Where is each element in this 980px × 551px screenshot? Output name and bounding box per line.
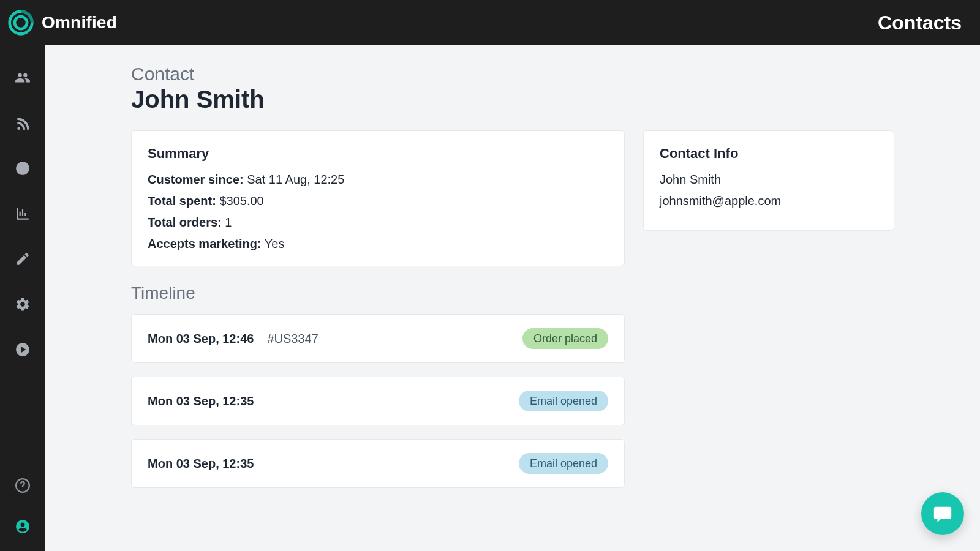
contact-info-card: Contact Info John Smith johnsmith@apple.… [643,130,894,231]
sidebar-item-help[interactable] [0,463,45,508]
timeline-item[interactable]: Mon 03 Sep, 12:46#US3347Order placed [131,314,625,363]
edit-icon [15,251,31,267]
topbar-section-title: Contacts [878,12,962,34]
bar-chart-icon [15,206,31,222]
main-content: Contact John Smith Summary Customer sinc… [45,45,980,551]
sidebar-item-contacts[interactable] [0,55,45,100]
summary-label: Customer since: [148,173,244,186]
help-icon [15,478,31,493]
clock-icon [15,160,31,176]
brand[interactable]: Omnified [7,9,117,36]
sidebar-item-feed[interactable] [0,100,45,146]
sidebar-item-analytics[interactable] [0,191,45,236]
brand-logo-icon [7,9,34,36]
page-subtitle: Contact [131,64,894,84]
sidebar-item-play[interactable] [0,327,45,372]
summary-row-total-spent: Total spent: $305.00 [148,194,608,208]
timeline-heading: Timeline [131,283,625,303]
timeline-item-datetime: Mon 03 Sep, 12:35 [148,457,254,471]
contact-info-name: John Smith [660,173,878,187]
summary-value: Sat 11 Aug, 12:25 [247,173,344,186]
timeline-item-datetime: Mon 03 Sep, 12:35 [148,394,254,408]
timeline-item-datetime: Mon 03 Sep, 12:46 [148,332,254,346]
timeline-item-left: Mon 03 Sep, 12:35 [148,457,254,471]
page-title: John Smith [131,86,894,113]
summary-label: Total spent: [148,194,216,208]
sidebar-item-settings[interactable] [0,282,45,327]
rss-icon [15,115,31,131]
summary-row-accepts-marketing: Accepts marketing: Yes [148,237,608,251]
timeline-item-left: Mon 03 Sep, 12:46#US3347 [148,332,318,346]
timeline-item-badge: Email opened [519,391,608,411]
gear-icon [15,296,31,312]
summary-row-total-orders: Total orders: 1 [148,216,608,230]
summary-value: 1 [225,216,232,229]
play-icon [15,342,31,358]
brand-name: Omnified [42,13,117,32]
summary-title: Summary [148,146,608,162]
user-icon [15,519,31,534]
contact-info-email: johnsmith@apple.com [660,194,878,208]
summary-value: Yes [265,237,285,250]
timeline-item-badge: Order placed [522,328,608,349]
timeline-item[interactable]: Mon 03 Sep, 12:35Email opened [131,377,625,425]
chat-icon [932,503,953,524]
timeline-item[interactable]: Mon 03 Sep, 12:35Email opened [131,439,625,488]
topbar: Omnified Contacts [0,0,980,45]
summary-label: Accepts marketing: [148,237,262,250]
sidebar [0,45,45,551]
svg-point-3 [22,489,23,489]
svg-point-1 [15,17,27,29]
timeline-item-ref: #US3347 [267,332,318,346]
sidebar-item-account[interactable] [0,508,45,545]
summary-label: Total orders: [148,216,222,229]
chat-widget-button[interactable] [921,492,964,535]
contact-info-title: Contact Info [660,146,878,162]
summary-card: Summary Customer since: Sat 11 Aug, 12:2… [131,130,625,266]
summary-value: $305.00 [219,194,263,208]
people-icon [15,70,31,86]
summary-row-customer-since: Customer since: Sat 11 Aug, 12:25 [148,173,608,187]
sidebar-item-history[interactable] [0,146,45,191]
sidebar-item-compose[interactable] [0,236,45,282]
timeline-item-left: Mon 03 Sep, 12:35 [148,394,254,408]
timeline-item-badge: Email opened [519,453,608,474]
